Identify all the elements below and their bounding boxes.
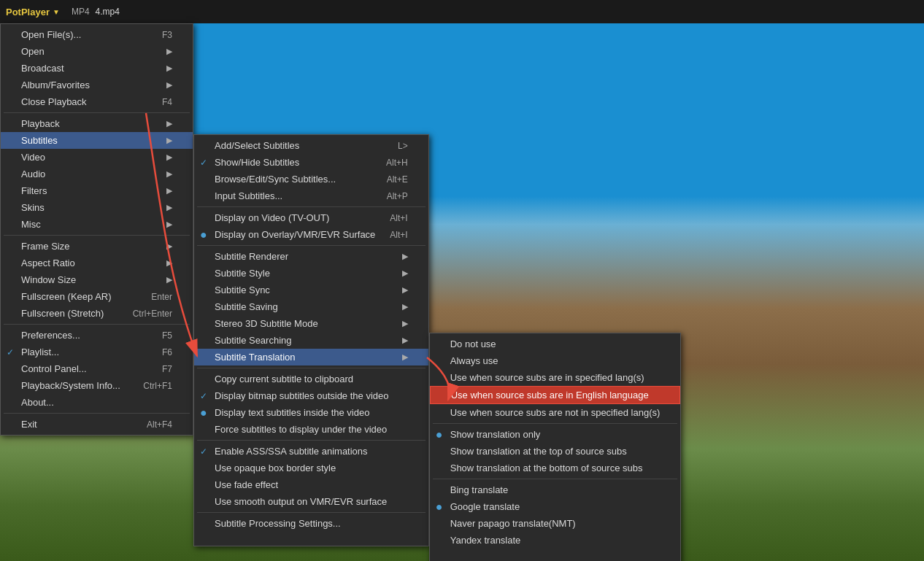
menu-item-video[interactable]: Video▶ [1, 149, 193, 166]
menu-separator [4, 324, 190, 325]
menu-separator [197, 245, 426, 246]
menu-item-show-hide-subtitles[interactable]: ✓Show/Hide SubtitlesAlt+H [194, 154, 428, 171]
menu-separator [197, 512, 426, 513]
menu-item-broadcast[interactable]: Broadcast▶ [1, 60, 193, 77]
menu-item-label: Fullscreen (Keep AR) [21, 291, 112, 302]
menu-item-add-select-subtitles[interactable]: Add/Select SubtitlesL> [194, 137, 428, 154]
menu-item-label: Audio [21, 169, 45, 179]
menu-item-subtitle-style[interactable]: Subtitle Style▶ [194, 265, 428, 282]
menu-item-use-source-english[interactable]: Use when source subs are in English lang… [430, 386, 681, 404]
menu-item-label: Display on Overlay/VMR/EVR Surface [215, 229, 375, 240]
menu-item-enable-ass-ssa[interactable]: ✓Enable ASS/SSA subtitle animations [194, 443, 428, 460]
menu-item-show-translation-bottom[interactable]: Show translation at the bottom of source… [430, 460, 681, 476]
menu-item-do-not-use[interactable]: Do not use [430, 336, 681, 352]
menu-item-use-source-specified[interactable]: Use when source subs are in specified la… [430, 369, 681, 386]
menu-item-label: Exit [21, 419, 37, 430]
menu-item-label: Playback/System Info... [21, 380, 120, 391]
menu-item-subtitle-renderer[interactable]: Subtitle Renderer▶ [194, 248, 428, 265]
menu-item-subtitle-sync[interactable]: Subtitle Sync▶ [194, 282, 428, 298]
menu-item-subtitle-processing[interactable]: Subtitle Processing Settings... [194, 515, 428, 532]
menu-item-exit[interactable]: ExitAlt+F4 [1, 416, 193, 433]
menu-item-preferences[interactable]: Preferences...F5 [1, 327, 193, 344]
menu-item-label: Subtitle Processing Settings... [215, 518, 341, 529]
app-brand[interactable]: PotPlayer ▼ [0, 7, 66, 18]
menu-item-opaque-box[interactable]: Use opaque box border style [194, 460, 428, 476]
menu-separator [197, 206, 426, 207]
menu-item-google-translate[interactable]: ●Google translate [430, 498, 681, 515]
menu-shortcut: Alt+H [371, 158, 408, 168]
submenu-arrow-icon: ▶ [402, 252, 408, 261]
menu-item-display-text-inside[interactable]: ●Display text subtitles inside the video [194, 404, 428, 421]
menu-item-smooth-output[interactable]: Use smooth output on VMR/EVR surface [194, 493, 428, 510]
menu-item-label: Control Panel... [21, 363, 87, 374]
menu-item-label: Fullscreen (Stretch) [21, 308, 104, 319]
menu-item-browse-edit-sync[interactable]: Browse/Edit/Sync Subtitles...Alt+E [194, 171, 428, 187]
menu-item-label: Preferences... [21, 330, 80, 341]
menu-item-label: Use when source subs are not in specifie… [450, 407, 661, 418]
menu-item-filters[interactable]: Filters▶ [1, 182, 193, 199]
menu-item-label: Video [21, 152, 45, 163]
menu-item-label: Show translation at the top of source su… [450, 446, 627, 457]
menu-item-label: Broadcast [21, 63, 64, 74]
menu-item-label: Close Playback [21, 96, 87, 107]
menu-item-label: Album/Favorites [21, 80, 90, 90]
menu-item-label: Playback [21, 118, 60, 129]
menu-item-control-panel[interactable]: Control Panel...F7 [1, 360, 193, 377]
menu-item-display-on-overlay[interactable]: ●Display on Overlay/VMR/EVR SurfaceAlt+I [194, 226, 428, 243]
menu-item-always-use[interactable]: Always use [430, 352, 681, 369]
menu-item-display-on-video[interactable]: Display on Video (TV-OUT)Alt+I [194, 209, 428, 226]
menu-item-label: Show/Hide Subtitles [215, 157, 299, 168]
menu-item-skins[interactable]: Skins▶ [1, 199, 193, 216]
menu-item-input-subtitles[interactable]: Input Subtitles...Alt+P [194, 187, 428, 204]
menu-item-about[interactable]: About... [1, 394, 193, 411]
menu-item-subtitle-saving[interactable]: Subtitle Saving▶ [194, 298, 428, 315]
menu-layer: Open File(s)...F3Open▶Broadcast▶Album/Fa… [0, 23, 681, 436]
dot-icon: ● [200, 407, 207, 419]
menu-item-frame-size[interactable]: Frame Size▶ [1, 238, 193, 255]
menu-item-display-bitmap-outside[interactable]: ✓Display bitmap subtitles outside the vi… [194, 387, 428, 404]
menu-item-label: Browse/Edit/Sync Subtitles... [215, 174, 336, 185]
menu-item-open-files[interactable]: Open File(s)...F3 [1, 26, 193, 43]
menu-item-bing-translate[interactable]: Bing translate [430, 481, 681, 498]
menu-item-playback-sysinfo[interactable]: Playback/System Info...Ctrl+F1 [1, 377, 193, 394]
menu-item-aspect-ratio[interactable]: Aspect Ratio▶ [1, 255, 193, 271]
menu-item-subtitle-searching[interactable]: Subtitle Searching▶ [194, 332, 428, 349]
menu-item-yandex-translate[interactable]: Yandex translate [430, 532, 681, 549]
menu-item-label: Show translation only [450, 429, 541, 440]
menu-item-label: Use opaque box border style [215, 463, 336, 473]
menu-item-label: Use smooth output on VMR/EVR surface [215, 496, 387, 507]
menu-item-playback[interactable]: Playback▶ [1, 115, 193, 132]
menu-item-misc[interactable]: Misc▶ [1, 216, 193, 233]
menu-item-audio[interactable]: Audio▶ [1, 166, 193, 182]
submenu-arrow-icon: ▶ [402, 302, 408, 312]
brand-chevron: ▼ [53, 8, 60, 16]
menu-item-fullscreen-ar[interactable]: Fullscreen (Keep AR)Enter [1, 288, 193, 305]
menu-item-subtitles[interactable]: Subtitles▶ [1, 132, 193, 149]
menu-item-force-subtitles-under[interactable]: Force subtitles to display under the vid… [194, 421, 428, 438]
menu-item-label: Enable ASS/SSA subtitle animations [215, 446, 368, 457]
menu-item-window-size[interactable]: Window Size▶ [1, 271, 193, 288]
menu-item-stereo-3d[interactable]: Stereo 3D Subtitle Mode▶ [194, 315, 428, 332]
menu-item-album-favorites[interactable]: Album/Favorites▶ [1, 77, 193, 93]
menu-item-subtitle-translation[interactable]: Subtitle Translation▶ [194, 349, 428, 365]
menu-item-copy-subtitle[interactable]: Copy current subtitle to clipboard [194, 371, 428, 387]
menu-item-label: Subtitle Renderer [215, 251, 288, 262]
menu-item-playlist[interactable]: ✓Playlist...F6 [1, 344, 193, 360]
menu-item-naver-papago[interactable]: Naver papago translate(NMT) [430, 515, 681, 532]
menu-item-label: Subtitle Searching [215, 335, 292, 346]
menu-separator [4, 413, 190, 414]
menu-item-open[interactable]: Open▶ [1, 43, 193, 60]
menu-item-use-source-not-specified[interactable]: Use when source subs are not in specifie… [430, 404, 681, 421]
menu-item-close-playback[interactable]: Close PlaybackF4 [1, 93, 193, 110]
submenu-arrow-icon: ▶ [166, 169, 172, 179]
menu-item-label: Playlist... [21, 347, 59, 357]
menu-item-fullscreen-stretch[interactable]: Fullscreen (Stretch)Ctrl+Enter [1, 305, 193, 322]
menu-item-show-translation-top[interactable]: Show translation at the top of source su… [430, 443, 681, 460]
submenu-arrow-icon: ▶ [166, 47, 172, 56]
submenu-arrow-icon: ▶ [402, 336, 408, 345]
menu-item-show-translation-only[interactable]: ●Show translation only [430, 426, 681, 443]
menu-item-fade-effect[interactable]: Use fade effect [194, 476, 428, 493]
menu-item-label: Subtitle Translation [215, 352, 296, 363]
menu-shortcut: Ctrl+Enter [118, 309, 172, 319]
menu-item-label: Misc [21, 219, 41, 230]
